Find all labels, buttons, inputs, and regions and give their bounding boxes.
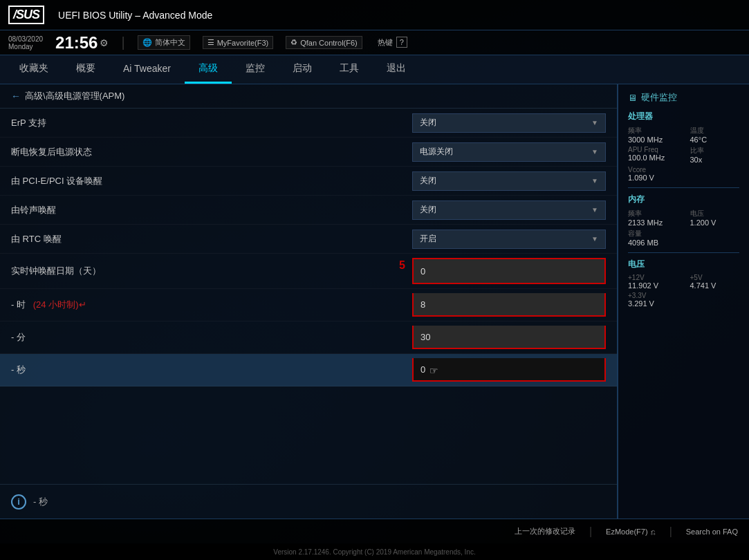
hw-5v-value: 4.741 V	[690, 281, 740, 290]
back-arrow-icon[interactable]: ←	[11, 91, 21, 102]
pcie-wake-dropdown[interactable]: 关闭 ▼	[412, 171, 606, 191]
chevron-down-icon: ▼	[591, 119, 598, 127]
hw-cpu-freq: 频率 3000 MHz	[628, 126, 678, 144]
rtc-hour-label: - 时 (24 小时制)↵	[11, 299, 205, 311]
hw-cpu-row1: 频率 3000 MHz 温度 46°C	[628, 126, 739, 144]
pcie-wake-value-area: 关闭 ▼	[205, 171, 606, 191]
power-restore-value-area: 电源关闭 ▼	[205, 142, 606, 162]
rtc-wake-row[interactable]: 由 RTC 唤醒 开启 ▼	[0, 225, 617, 254]
erp-row[interactable]: ErP 支持 关闭 ▼	[0, 109, 617, 138]
tab-boot[interactable]: 启动	[279, 55, 326, 84]
rtc-wake-dropdown[interactable]: 开启 ▼	[412, 230, 606, 249]
qfan-label: Qfan Control(F6)	[300, 39, 358, 47]
tab-exit[interactable]: 退出	[373, 55, 420, 84]
ring-wake-value: 关闭	[420, 204, 436, 216]
rtc-wake-value-area: 开启 ▼	[205, 230, 606, 249]
header-title: UEFI BIOS Utility – Advanced Mode	[58, 10, 212, 21]
hw-section-voltage: 电压	[628, 259, 739, 270]
info-icon: i	[11, 494, 26, 510]
tab-ai-tweaker[interactable]: Ai Tweaker	[109, 55, 185, 84]
hotkey-key[interactable]: ?	[396, 37, 407, 48]
hw-cpu-row2: APU Freq 100.0 MHz 比率 30x	[628, 146, 739, 164]
footer-bar: 上一次的修改记录 | EzMode(F7) ⎌ | Search on FAQ	[0, 519, 749, 543]
chevron-down-icon-2: ▼	[591, 148, 598, 156]
hw-apu-freq: APU Freq 100.0 MHz	[628, 146, 678, 164]
rtc-sec-row[interactable]: - 秒 0 ☞	[0, 354, 617, 386]
ring-wake-row[interactable]: 由铃声唤醒 关闭 ▼	[0, 196, 617, 225]
hour-input[interactable]: 8	[412, 293, 606, 317]
erp-label: ErP 支持	[11, 117, 205, 129]
tab-advanced[interactable]: 高级	[185, 55, 232, 84]
day-input[interactable]: 0	[414, 259, 604, 283]
sec-input-wrapper: 0 ☞	[412, 358, 606, 382]
language-btn[interactable]: 🌐 简体中文	[138, 35, 190, 50]
tab-favorites[interactable]: 收藏夹	[6, 55, 62, 84]
time-block: 21:56 ⚙	[55, 33, 109, 53]
hw-mem-cap-value: 4096 MB	[628, 239, 739, 247]
input-group: 0	[412, 258, 606, 284]
pcie-wake-row[interactable]: 由 PCI-E/PCI 设备唤醒 关闭 ▼	[0, 167, 617, 196]
fav-label: MyFavorite(F3)	[217, 39, 269, 47]
marker-5: 5	[399, 259, 405, 272]
chevron-down-icon-3: ▼	[591, 177, 598, 185]
monitor-icon: 🖥	[628, 93, 637, 103]
rtc-min-row[interactable]: - 分 30	[0, 321, 617, 354]
rtc-hour-row[interactable]: - 时 (24 小时制)↵ 8	[0, 289, 617, 321]
language-label: 简体中文	[155, 37, 185, 48]
hw-apu-freq-label: APU Freq	[628, 146, 678, 153]
info-bar: 08/03/2020 Monday 21:56 ⚙ | 🌐 简体中文 ☰ MyF…	[0, 30, 749, 55]
ez-mode-label: EzMode(F7)	[606, 528, 648, 536]
hw-vcore-label: Vcore	[628, 166, 739, 174]
hw-divider-1	[628, 187, 739, 188]
tab-tools[interactable]: 工具	[326, 55, 373, 84]
hw-cpu-temp-label: 温度	[690, 126, 740, 136]
ez-mode-btn[interactable]: EzMode(F7) ⎌	[606, 528, 656, 536]
ring-wake-dropdown[interactable]: 关闭 ▼	[412, 200, 606, 220]
sec-input[interactable]: 0 ☞	[412, 358, 606, 382]
rtc-day-label: 实时钟唤醒日期（天）	[11, 265, 205, 277]
erp-dropdown[interactable]: 关闭 ▼	[412, 113, 606, 133]
search-faq-label: Search on FAQ	[686, 528, 738, 536]
power-restore-row[interactable]: 断电恢复后电源状态 电源关闭 ▼	[0, 138, 617, 167]
tab-overview[interactable]: 概要	[62, 55, 109, 84]
tab-monitor[interactable]: 监控	[232, 55, 279, 84]
header-title-text: UEFI BIOS Utility – Advanced Mode	[58, 10, 212, 21]
hw-vcore: Vcore 1.090 V	[628, 166, 739, 182]
power-restore-value: 电源关闭	[420, 146, 453, 158]
hw-33v: +3.3V 3.291 V	[628, 292, 739, 308]
hw-divider-2	[628, 252, 739, 253]
power-restore-dropdown[interactable]: 电源关闭 ▼	[412, 142, 606, 162]
time-display: 21:56	[55, 33, 98, 53]
hw-volt-row1: +12V 11.902 V +5V 4.741 V	[628, 274, 739, 290]
hotkey-label: 热键 ?	[378, 37, 407, 48]
day-display: Monday	[8, 43, 43, 50]
asus-logo: /SUS	[8, 6, 44, 24]
hw-mem-cap-label: 容量	[628, 229, 739, 239]
erp-value: 关闭	[420, 117, 436, 129]
hw-5v: +5V 4.741 V	[690, 274, 740, 290]
hw-vcore-value: 1.090 V	[628, 174, 739, 182]
info-note-text: - 秒	[33, 496, 48, 508]
last-change-btn[interactable]: 上一次的修改记录	[515, 526, 575, 536]
globe-icon: 🌐	[142, 38, 152, 47]
rtc-min-label: - 分	[11, 331, 205, 344]
qfan-btn[interactable]: ♻ Qfan Control(F6)	[286, 36, 362, 49]
rtc-sec-value-area: 0 ☞	[205, 358, 606, 382]
search-faq-btn[interactable]: Search on FAQ	[686, 528, 738, 536]
breadcrumb-path: 高级\高级电源管理(APM)	[25, 90, 124, 102]
ring-wake-label: 由铃声唤醒	[11, 204, 205, 216]
rtc-min-value-area: 30	[205, 326, 606, 349]
myfavorite-btn[interactable]: ☰ MyFavorite(F3)	[203, 36, 274, 49]
hw-cpu-freq-label: 频率	[628, 126, 678, 136]
gear-icon[interactable]: ⚙	[100, 37, 109, 48]
right-sidebar: 🖥 硬件监控 处理器 频率 3000 MHz 温度 46°C APU Freq …	[618, 84, 749, 519]
left-panel: ← 高级\高级电源管理(APM) ErP 支持 关闭 ▼	[0, 84, 618, 519]
hw-33v-value: 3.291 V	[628, 299, 739, 308]
qfan-icon: ♻	[290, 38, 297, 47]
copyright-text: Version 2.17.1246. Copyright (C) 2019 Am…	[273, 548, 475, 556]
min-input[interactable]: 30	[412, 326, 606, 349]
hw-cpu-ratio-label: 比率	[690, 146, 740, 156]
rtc-day-row[interactable]: 实时钟唤醒日期（天） 5 0	[0, 254, 617, 289]
hw-apu-freq-value: 100.0 MHz	[628, 153, 678, 162]
hw-monitor-label: 硬件监控	[641, 91, 677, 104]
